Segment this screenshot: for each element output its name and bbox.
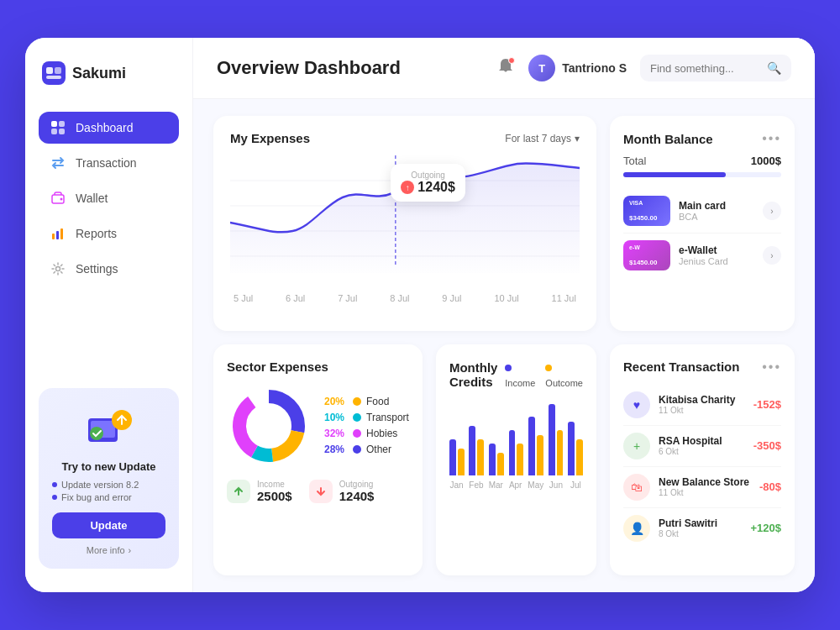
user-profile[interactable]: T Tantriono S [528,55,627,81]
svg-point-8 [60,198,63,201]
svg-rect-10 [56,231,59,239]
balance-title: Month Balance [623,132,713,146]
ewallet-bank: Jenius Card [679,256,754,266]
sector-summary: Income 2500$ Outgoing [227,480,409,503]
txn-amount: -80$ [759,480,781,493]
dashboard-label: Dashboard [76,121,134,134]
expenses-card: My Expenses For last 7 days ▾ [213,116,596,331]
sidebar-item-dashboard[interactable]: Dashboard [39,112,179,144]
outgoing-arrow-icon: ↑ [401,181,414,194]
update-button[interactable]: Update [52,512,165,538]
notification-button[interactable] [496,57,515,80]
dashboard-icon [50,120,66,135]
notification-dot [508,57,515,64]
outcome-bar-jun [557,430,564,475]
transactions-header: Recent Transaction ••• [623,360,781,375]
credits-label-jul: Jul [569,480,583,490]
ewallet-chevron[interactable]: › [763,246,781,265]
chart-label-5: 10 Jul [494,293,518,303]
sector-expenses-card: Sector Expenses [213,344,423,576]
search-input[interactable] [650,62,760,75]
svg-rect-2 [46,76,61,79]
sidebar-item-settings[interactable]: Settings [39,253,179,285]
outcome-bar-jan [458,449,465,475]
card-item-visa: VISA $3450.00 Main card BCA › [623,189,781,234]
svg-point-16 [90,427,103,440]
more-info-link[interactable]: More info › [52,545,165,555]
wallet-icon [50,191,66,206]
txn-name: Putri Sawitri [659,517,742,529]
update-illustration [76,402,143,452]
income-bar-jan [449,439,456,475]
header-actions: T Tantriono S 🔍 [496,55,791,81]
txn-icon: ♥ [623,391,650,418]
other-dot [353,445,361,454]
txn-info: Kitabisa Charity 11 Okt [659,394,745,415]
update-bullet-2: Fix bug and error [52,492,165,502]
progress-bar [623,172,781,177]
txn-name: Kitabisa Charity [659,394,745,406]
income-bar-jul [568,422,575,475]
period-selector[interactable]: For last 7 days ▾ [505,133,580,144]
donut-chart [227,384,311,468]
month-balance-card: Month Balance ••• Total 1000$ VISA $3450… [610,116,795,331]
visa-card-chevron[interactable]: › [763,202,781,220]
sidebar-item-reports[interactable]: Reports [39,218,179,249]
logo-icon [42,61,66,85]
credits-label-may: May [528,480,543,490]
chart-label-0: 5 Jul [234,293,253,303]
income-bar-apr [509,430,516,475]
sector-legend: 20% Food 10% Transport 32% [324,396,409,455]
total-label: Total [623,155,646,167]
balance-menu-button[interactable]: ••• [762,131,781,146]
income-icon [227,480,250,503]
tooltip-label: Outgoing [401,171,455,180]
chevron-down-icon: ▾ [575,133,580,144]
credits-label-feb: Feb [469,480,483,490]
hobies-dot [353,429,361,438]
bullet-dot-2 [52,495,57,500]
transactions-title: Recent Transaction [623,360,739,374]
month-group-apr [509,430,524,475]
txn-info: RSA Hospital 6 Okt [659,435,745,456]
transaction-item: 👤 Putri Sawitri 8 Okt +120$ [623,508,781,549]
svg-rect-1 [55,67,61,74]
credits-header: Monthly Credits Income Outcome [449,360,583,390]
outcome-bar-feb [477,439,484,475]
svg-rect-3 [51,121,57,127]
month-group-jul [568,422,583,475]
balance-header: Month Balance ••• [623,131,781,146]
outcome-bar-mar [497,453,504,475]
sidebar-item-transaction[interactable]: Transaction [39,147,179,179]
credits-label-jun: Jun [549,480,563,490]
legend-transport: 10% Transport [324,412,409,423]
transactions-menu-button[interactable]: ••• [762,360,781,375]
page-title: Overview Dashboard [217,57,483,79]
svg-rect-9 [52,234,55,239]
recent-transactions-card: Recent Transaction ••• ♥ Kitabisa Charit… [610,344,795,576]
credits-labels: JanFebMarAprMayJunJul [449,480,583,490]
more-info-arrow-icon: › [129,545,132,555]
txn-date: 11 Okt [659,488,751,497]
income-bar-feb [469,426,475,475]
credits-label-mar: Mar [489,480,503,490]
total-value: 1000$ [751,155,781,167]
month-group-jun [549,404,564,475]
income-legend-dot [505,365,512,371]
ewallet-name: e-Wallet [679,244,754,256]
settings-label: Settings [76,262,118,276]
sidebar-item-wallet[interactable]: Wallet [39,182,179,214]
chart-labels: 5 Jul 6 Jul 7 Jul 8 Jul 9 Jul 10 Jul 11 … [230,293,580,303]
svg-rect-6 [59,129,65,134]
transport-dot [353,413,361,422]
txn-date: 6 Okt [659,447,745,456]
chart-label-2: 7 Jul [338,293,357,303]
income-text: Income 2500$ [257,480,292,503]
bullet-dot-1 [52,482,57,487]
svg-rect-11 [60,228,63,239]
avatar: T [528,55,555,81]
svg-point-12 [56,267,60,271]
visa-card-bank: BCA [679,212,754,222]
txn-amount: -152$ [753,398,781,411]
income-summary: Income 2500$ [227,480,292,503]
